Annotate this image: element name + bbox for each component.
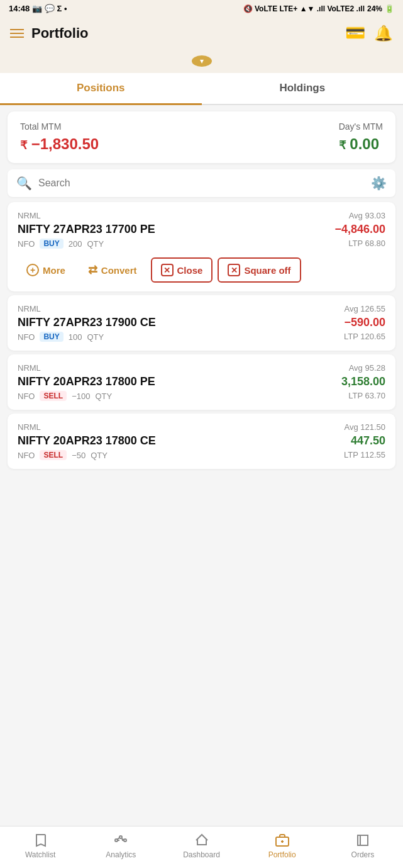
status-icons: 📷 💬 Σ • bbox=[32, 4, 67, 13]
pos-side-badge: SELL bbox=[40, 450, 67, 460]
pos-exchange: NFO bbox=[18, 239, 35, 249]
pos-pnl: 3,158.00 bbox=[341, 375, 385, 388]
nav-portfolio[interactable]: Portfolio bbox=[242, 833, 323, 859]
positions-list: NRML Avg 93.03 NIFTY 27APR23 17700 PE −4… bbox=[0, 202, 403, 469]
search-icon: 🔍 bbox=[16, 176, 32, 191]
mtm-card: Total MTM ₹ −1,830.50 Day's MTM ₹ 0.00 bbox=[8, 111, 395, 163]
pos-header: NRML Avg 95.28 bbox=[18, 363, 385, 373]
position-card: NRML Avg 95.28 NIFTY 20APR23 17800 PE 3,… bbox=[8, 354, 395, 410]
pos-meta: NFO SELL −100 QTY bbox=[18, 391, 112, 401]
pos-footer: NFO BUY 200 QTY LTP 68.80 bbox=[18, 239, 385, 249]
header: Portfolio 💳 🔔 bbox=[0, 17, 403, 52]
pos-avg: Avg 126.55 bbox=[344, 304, 385, 313]
pos-meta: NFO BUY 100 QTY bbox=[18, 332, 104, 342]
tabs-container: Positions Holdings bbox=[0, 73, 403, 105]
pos-header: NRML Avg 93.03 bbox=[18, 211, 385, 220]
pos-pnl: −590.00 bbox=[344, 316, 385, 329]
filter-icon[interactable]: ⚙️ bbox=[371, 176, 387, 191]
pos-ltp: LTP 120.65 bbox=[344, 332, 385, 342]
pos-ltp: LTP 112.55 bbox=[344, 450, 385, 460]
portfolio-icon bbox=[275, 833, 290, 848]
nav-dashboard[interactable]: Dashboard bbox=[161, 833, 241, 859]
pos-exchange: NFO bbox=[18, 392, 35, 401]
pos-header: NRML Avg 121.50 bbox=[18, 422, 385, 432]
page-title: Portfolio bbox=[31, 25, 88, 42]
status-time: 14:48 📷 💬 Σ • bbox=[9, 4, 67, 13]
pos-name-row: NIFTY 27APR23 17900 CE −590.00 bbox=[18, 316, 385, 329]
pos-meta: NFO BUY 200 QTY bbox=[18, 239, 104, 249]
pos-exchange: NFO bbox=[18, 332, 35, 342]
squareoff-button[interactable]: ✕ Square off bbox=[218, 257, 301, 283]
action-row: + More ⇄ Convert ✕ Close ✕ Square off bbox=[18, 257, 385, 283]
pos-qty: 100 bbox=[69, 332, 82, 342]
hamburger-menu[interactable] bbox=[10, 29, 24, 38]
pos-qty-label: QTY bbox=[95, 392, 112, 401]
squareoff-x-icon: ✕ bbox=[228, 264, 240, 276]
days-mtm: Day's MTM ₹ 0.00 bbox=[339, 121, 383, 153]
pos-qty: −50 bbox=[72, 451, 86, 460]
convert-icon: ⇄ bbox=[88, 263, 97, 277]
pos-qty: 200 bbox=[69, 239, 82, 249]
pos-footer: NFO SELL −50 QTY LTP 112.55 bbox=[18, 450, 385, 460]
battery-label: 24% bbox=[367, 4, 382, 13]
pos-footer: NFO SELL −100 QTY LTP 63.70 bbox=[18, 391, 385, 401]
pos-avg: Avg 93.03 bbox=[349, 211, 385, 220]
pos-side-badge: BUY bbox=[40, 332, 63, 342]
pos-qty-label: QTY bbox=[87, 239, 104, 249]
pos-type: NRML bbox=[18, 304, 41, 313]
close-x-icon: ✕ bbox=[161, 264, 174, 276]
pos-qty-label: QTY bbox=[91, 451, 108, 460]
nav-watchlist[interactable]: Watchlist bbox=[0, 833, 80, 859]
pos-avg: Avg 95.28 bbox=[349, 363, 385, 373]
dashboard-icon bbox=[194, 833, 209, 848]
nav-orders[interactable]: Orders bbox=[323, 833, 403, 859]
pos-footer: NFO BUY 100 QTY LTP 120.65 bbox=[18, 332, 385, 342]
pos-qty-label: QTY bbox=[87, 332, 104, 342]
pos-name: NIFTY 27APR23 17700 PE bbox=[18, 223, 155, 236]
position-card: NRML Avg 93.03 NIFTY 27APR23 17700 PE −4… bbox=[8, 202, 395, 291]
total-mtm-value: ₹ −1,830.50 bbox=[20, 135, 99, 153]
days-mtm-value: ₹ 0.00 bbox=[339, 135, 379, 153]
collapse-button[interactable]: ▾ bbox=[192, 55, 212, 67]
bottom-nav: Watchlist Analytics Dashboard Portfolio … bbox=[0, 826, 403, 868]
notification-icon[interactable]: 🔔 bbox=[374, 25, 393, 42]
pos-name-row: NIFTY 20APR23 17800 CE 447.50 bbox=[18, 434, 385, 448]
watchlist-icon bbox=[33, 833, 48, 848]
pos-type: NRML bbox=[18, 211, 41, 220]
pos-meta: NFO SELL −50 QTY bbox=[18, 450, 108, 460]
pos-ltp: LTP 68.80 bbox=[348, 239, 385, 249]
pos-header: NRML Avg 126.55 bbox=[18, 304, 385, 313]
pos-name-row: NIFTY 20APR23 17800 PE 3,158.00 bbox=[18, 375, 385, 388]
svg-point-0 bbox=[115, 839, 118, 842]
search-input[interactable] bbox=[38, 178, 365, 189]
pos-type: NRML bbox=[18, 422, 41, 432]
add-funds-icon[interactable]: 💳 bbox=[345, 23, 365, 43]
convert-button[interactable]: ⇄ Convert bbox=[79, 258, 146, 282]
tab-positions[interactable]: Positions bbox=[0, 73, 202, 105]
tab-holdings[interactable]: Holdings bbox=[202, 73, 404, 104]
pos-ltp: LTP 63.70 bbox=[348, 391, 385, 401]
position-card: NRML Avg 126.55 NIFTY 27APR23 17900 CE −… bbox=[8, 295, 395, 351]
pos-qty: −100 bbox=[72, 392, 90, 401]
status-bar: 14:48 📷 💬 Σ • 🔇 VoLTE LTE+ ▲▼ .ıll VoLTE… bbox=[0, 0, 403, 17]
orders-icon bbox=[355, 833, 370, 848]
more-button[interactable]: + More bbox=[18, 259, 74, 281]
status-right: 🔇 VoLTE LTE+ ▲▼ .ıll VoLTE2 .ıll 24% 🔋 bbox=[243, 4, 394, 13]
more-icon: + bbox=[26, 264, 39, 276]
pos-side-badge: BUY bbox=[40, 239, 63, 249]
pos-name: NIFTY 20APR23 17800 PE bbox=[18, 375, 155, 388]
time-label: 14:48 bbox=[9, 4, 30, 13]
pos-name: NIFTY 27APR23 17900 CE bbox=[18, 316, 156, 329]
pos-side-badge: SELL bbox=[40, 391, 67, 401]
pos-exchange: NFO bbox=[18, 451, 35, 460]
search-bar: 🔍 ⚙️ bbox=[8, 169, 395, 197]
pos-type: NRML bbox=[18, 363, 41, 373]
pos-avg: Avg 121.50 bbox=[344, 422, 385, 432]
pos-pnl: −4,846.00 bbox=[334, 223, 385, 236]
pos-name-row: NIFTY 27APR23 17700 PE −4,846.00 bbox=[18, 223, 385, 236]
close-button[interactable]: ✕ Close bbox=[151, 257, 213, 283]
nav-analytics[interactable]: Analytics bbox=[80, 833, 161, 859]
total-mtm: Total MTM ₹ −1,830.50 bbox=[20, 121, 99, 153]
pos-pnl: 447.50 bbox=[351, 434, 385, 448]
pos-name: NIFTY 20APR23 17800 CE bbox=[18, 434, 156, 448]
